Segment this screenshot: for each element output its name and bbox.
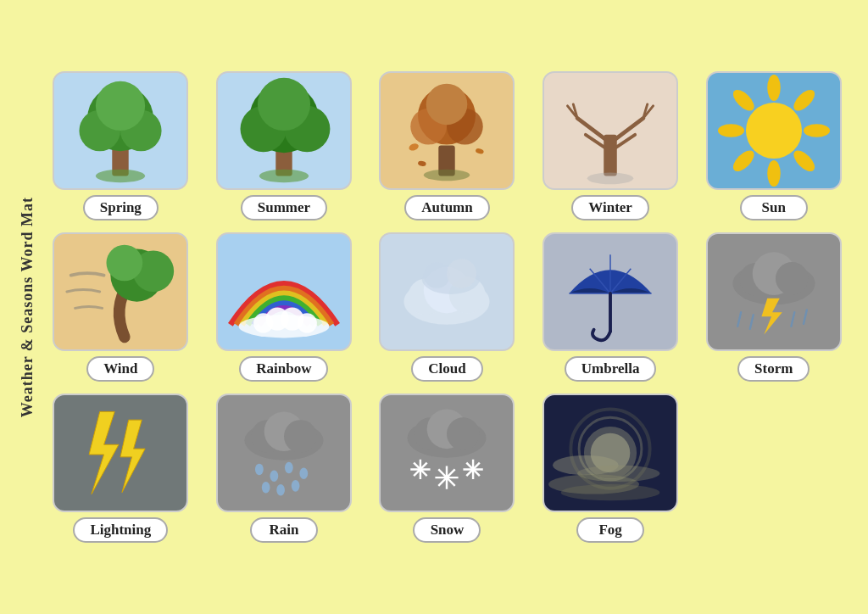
rainbow-image: [216, 232, 352, 351]
wind-label: Wind: [86, 356, 154, 382]
fog-label: Fog: [576, 517, 644, 543]
umbrella-image: [542, 232, 678, 351]
svg-point-13: [424, 170, 470, 181]
card-fog: Fog: [535, 394, 687, 543]
summer-label: Summer: [241, 195, 327, 220]
cloud-image: [379, 232, 515, 351]
snow-image: [379, 394, 515, 512]
svg-point-75: [284, 420, 317, 453]
svg-point-79: [299, 467, 308, 479]
svg-point-64: [776, 262, 809, 295]
svg-point-11: [258, 78, 310, 131]
svg-line-68: [791, 312, 794, 327]
side-title: Weather & Seasons Word Mat: [19, 197, 36, 417]
card-cloud: Cloud: [371, 232, 523, 382]
wind-image: [53, 232, 188, 351]
svg-point-35: [767, 160, 781, 187]
umbrella-label: Umbrella: [565, 356, 657, 382]
svg-point-47: [297, 313, 316, 332]
svg-point-34: [790, 147, 818, 175]
spring-image: [53, 71, 188, 190]
svg-point-18: [409, 142, 420, 152]
lightning-label: Lightning: [73, 517, 168, 543]
card-summer: Summer: [209, 71, 360, 220]
svg-point-7: [259, 170, 309, 183]
fog-image: [542, 394, 678, 512]
autumn-label: Autumn: [404, 195, 489, 220]
svg-line-69: [804, 310, 807, 324]
card-umbrella: Umbrella: [535, 232, 687, 382]
winter-image: [542, 71, 678, 190]
svg-point-54: [447, 259, 476, 288]
card-spring: Spring: [45, 71, 197, 220]
sun-label: Sun: [740, 195, 808, 220]
card-sun: Sun: [698, 71, 849, 220]
card-rainbow: Rainbow: [209, 232, 360, 382]
lightning-image: [53, 394, 188, 512]
cloud-label: Cloud: [411, 356, 482, 382]
svg-point-42: [107, 245, 143, 282]
svg-point-1: [96, 170, 145, 183]
rain-label: Rain: [250, 517, 318, 543]
svg-line-67: [750, 315, 754, 329]
svg-point-86: [447, 417, 480, 450]
card-wind: Wind: [45, 232, 197, 382]
svg-point-37: [718, 124, 744, 137]
svg-point-80: [262, 482, 270, 494]
storm-label: Storm: [737, 356, 810, 382]
winter-label: Winter: [571, 195, 649, 220]
svg-point-20: [418, 160, 427, 166]
svg-marker-70: [89, 411, 119, 494]
svg-point-78: [285, 462, 293, 474]
svg-point-5: [96, 81, 145, 131]
svg-marker-71: [120, 420, 145, 492]
svg-point-38: [729, 87, 757, 114]
svg-point-19: [476, 148, 485, 154]
svg-point-36: [729, 147, 757, 175]
sun-image: [706, 71, 842, 190]
card-winter: Winter: [535, 71, 687, 220]
svg-point-39: [746, 103, 802, 159]
card-storm: Storm: [698, 232, 849, 382]
autumn-image: [379, 71, 515, 190]
svg-point-32: [790, 87, 818, 114]
svg-point-53: [424, 262, 450, 288]
svg-point-77: [270, 470, 278, 482]
snow-label: Snow: [413, 517, 481, 543]
card-lightning: Lightning: [45, 394, 197, 543]
svg-point-81: [276, 484, 285, 496]
svg-point-76: [255, 464, 264, 476]
card-autumn: Autumn: [371, 71, 523, 220]
spring-label: Spring: [83, 195, 159, 220]
card-rain: Rain: [209, 394, 360, 543]
page-wrapper: Weather & Seasons Word Mat Spring: [19, 10, 849, 604]
svg-point-82: [292, 480, 300, 492]
storm-image: [706, 232, 842, 351]
summer-image: [216, 71, 352, 190]
card-grid: Spring Summer: [45, 71, 849, 543]
rain-image: [216, 394, 352, 512]
svg-point-30: [587, 173, 633, 185]
rainbow-label: Rainbow: [239, 356, 328, 382]
svg-point-31: [767, 75, 781, 101]
svg-point-33: [804, 124, 830, 137]
svg-line-66: [737, 312, 741, 327]
card-snow: Snow: [371, 394, 523, 543]
svg-point-17: [426, 84, 468, 126]
